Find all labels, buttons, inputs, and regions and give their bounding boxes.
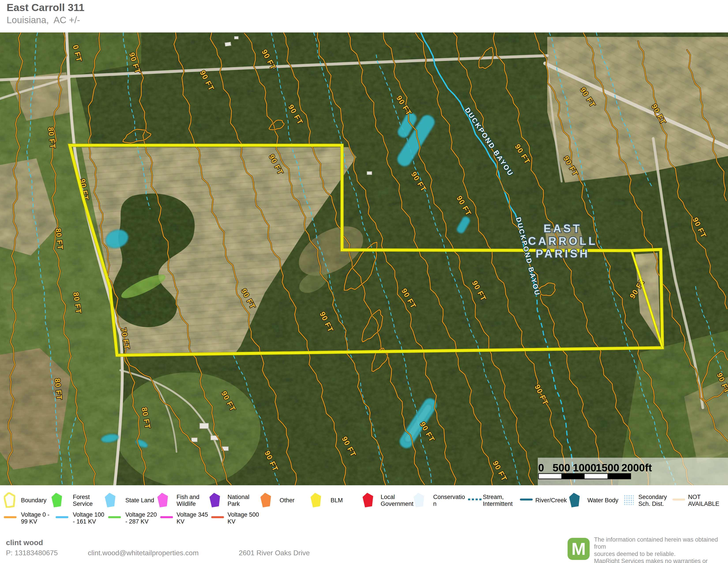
legend-label-river-creek: River/Creek xyxy=(535,497,567,504)
scale-tick-label: 2000ft xyxy=(621,462,652,474)
legend-label-local-government: Local Government xyxy=(381,494,414,507)
voltage-100-161-swatch xyxy=(56,516,68,518)
legend-label-voltage-500: Voltage 500 KV xyxy=(228,511,259,525)
legend-label-stream-intermittent: Stream, Intermittent xyxy=(483,494,513,507)
legend-label-conservation: Conservatio n xyxy=(433,494,465,507)
scale-bar: 0500100015002000ft xyxy=(538,458,728,485)
fish-and-wildlife-swatch xyxy=(157,492,168,509)
legend-label-voltage-100-161: Voltage 100 - 161 KV xyxy=(73,511,104,525)
legend: BoundaryForest ServiceState LandFish and… xyxy=(0,485,728,530)
map-title: East Carroll 311 xyxy=(7,1,85,13)
mapright-logo-letter: M xyxy=(572,539,586,559)
map-subtitle: Louisiana, AC +/- xyxy=(7,15,85,25)
legend-label-secondary-sch-dist: Secondary Sch. Dist. xyxy=(638,494,667,507)
voltage-345-swatch xyxy=(160,516,173,518)
voltage-220-287-swatch xyxy=(108,516,121,518)
national-park-swatch xyxy=(209,492,220,509)
stream-intermittent-swatch xyxy=(468,499,482,500)
legend-label-blm: BLM xyxy=(331,497,343,504)
agent-email: clint.wood@whitetailproperties.com xyxy=(88,549,199,557)
legend-label-not-available: NOT AVAILABLE xyxy=(688,494,719,507)
not-available-swatch xyxy=(672,499,685,501)
map-image: 0 FT90 FT90 FT90 FT80 FT90 FT90 FT90 FT9… xyxy=(0,32,728,485)
mapright-logo: M xyxy=(568,538,590,560)
state-land-swatch xyxy=(104,492,116,509)
river-creek-swatch xyxy=(520,499,533,501)
voltage-500-swatch xyxy=(211,516,224,518)
parish-name-label: EAST xyxy=(544,222,582,235)
legend-label-boundary: Boundary xyxy=(21,497,47,504)
scale-tick-label: 0 xyxy=(538,462,544,474)
agent-address: 2601 River Oaks Drive xyxy=(239,549,310,557)
conservation-swatch xyxy=(413,492,425,509)
scale-tick-label: 500 xyxy=(553,462,570,474)
forest-service-swatch xyxy=(51,492,62,509)
legend-label-other: Other xyxy=(280,497,295,504)
legend-label-state-land: State Land xyxy=(125,497,154,504)
canopy-speckle xyxy=(0,32,728,485)
scale-tick-label: 1500 xyxy=(596,462,619,474)
legend-label-water-body: Water Body xyxy=(587,497,618,504)
water-body-swatch xyxy=(569,492,580,509)
boundary-swatch xyxy=(4,492,15,509)
legend-label-fish-and-wildlife: Fish and Wildlife xyxy=(177,494,199,507)
other-swatch xyxy=(260,492,271,509)
legend-label-forest-service: Forest Service xyxy=(73,494,93,507)
scale-tick-label: 1000 xyxy=(573,462,596,474)
local-government-swatch xyxy=(362,492,374,509)
agent-name: clint wood xyxy=(6,538,43,547)
map-canvas: 0 FT90 FT90 FT90 FT80 FT90 FT90 FT90 FT9… xyxy=(0,32,728,485)
parish-name-label: PARISH xyxy=(536,247,590,260)
agent-phone: P: 13183480675 xyxy=(6,549,58,557)
blm-swatch xyxy=(310,492,322,509)
legend-label-voltage-220-287: Voltage 220 - 287 KV xyxy=(125,511,157,525)
parish-name-label: CARROLL xyxy=(528,235,597,247)
legend-label-voltage-345: Voltage 345 KV xyxy=(177,511,208,525)
header: East Carroll 311 Louisiana, AC +/- xyxy=(7,1,85,25)
legend-label-voltage-0-99: Voltage 0 - 99 KV xyxy=(21,511,49,525)
legend-label-national-park: National Park xyxy=(228,494,249,507)
voltage-0-99-swatch xyxy=(4,516,17,518)
secondary-sch-dist-swatch xyxy=(624,495,634,505)
disclaimer-text: The information contained herein was obt… xyxy=(594,536,722,563)
